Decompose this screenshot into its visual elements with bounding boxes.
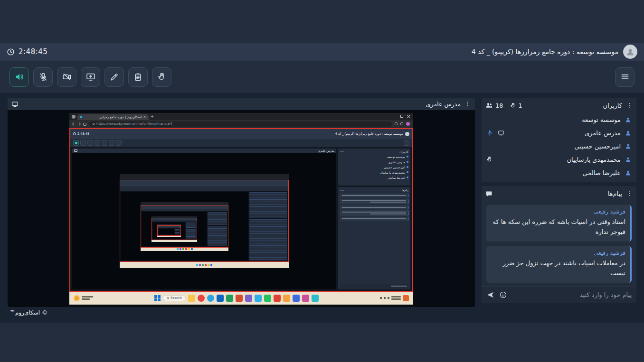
- messages-panel-header: پیام‌ها: [482, 186, 636, 201]
- favicon: [80, 116, 82, 118]
- nested-camera-button: [87, 140, 93, 146]
- people-icon: [485, 102, 493, 109]
- camera-off-icon: [62, 72, 72, 82]
- mini-video-panel: [142, 212, 207, 246]
- notification-icon: [403, 295, 409, 301]
- mini-video-panel: [159, 229, 174, 234]
- screen-share-button[interactable]: [81, 67, 100, 87]
- nested-toolbar: [70, 139, 412, 147]
- users-panel-header: کاربران 18 1: [482, 98, 636, 113]
- nested-share-button: [95, 140, 100, 146]
- person-icon: [625, 47, 635, 56]
- skyroom-app: موسسه توسعه : دوره جامع رمزارزها (کریپتو…: [0, 0, 644, 362]
- user-row[interactable]: مدرس عامری: [484, 126, 634, 139]
- hamburger-icon: [620, 72, 630, 82]
- window-controls: [393, 114, 411, 118]
- users-panel: کاربران 18 1: [482, 98, 636, 182]
- mini-users-panel: [249, 192, 288, 218]
- top-header: موسسه توسعه : دوره جامع رمزارزها (کریپتو…: [0, 43, 644, 61]
- nested-avatar: [405, 132, 409, 136]
- mini-sidebar: [175, 229, 180, 234]
- files-button[interactable]: [128, 67, 148, 87]
- lock-icon: [93, 123, 95, 125]
- back-icon: [72, 122, 76, 125]
- taskbar-app-icon: [264, 295, 271, 302]
- nested-messages-panel: پیام‌ها: [338, 187, 410, 289]
- emoji-button[interactable]: [499, 291, 507, 299]
- chat-message: فرشید رفیعی در معاملات اسپات باشند در جه…: [486, 246, 632, 283]
- user-row[interactable]: علیرضا صالحی: [484, 166, 634, 179]
- user-status-icons: [486, 130, 504, 136]
- screen-share-indicator-icon: [11, 101, 19, 108]
- windows-start-icon: [154, 295, 161, 301]
- clock-icon: [7, 48, 15, 56]
- pen-icon: [110, 73, 119, 82]
- mini-users-panel: [175, 229, 180, 231]
- tab-title: اسکای‌روم | دوره جامع رمزارز: [84, 115, 142, 119]
- annotate-button[interactable]: [104, 67, 124, 87]
- users-panel-title: کاربران: [603, 102, 622, 109]
- messages-panel: پیام‌ها فرشید رفیعی استاد وقتی در اسپات …: [482, 186, 636, 303]
- video-panel: مدرس عامری اسکای‌روم | دوره جامع رمزارز …: [8, 98, 475, 307]
- video-menu-icon[interactable]: [464, 101, 471, 107]
- mini-users-panel: [186, 223, 196, 229]
- timer-value: 2:48:45: [19, 47, 47, 56]
- user-row[interactable]: امیرحسین حسینی: [484, 139, 634, 153]
- users-list: موسسه توسعه مدرس عامری: [482, 113, 636, 179]
- menu-button[interactable]: [615, 67, 635, 87]
- user-row[interactable]: محمدمهدی پارساییان: [484, 153, 634, 166]
- mini-video-panel: [153, 223, 185, 239]
- raise-hand-button[interactable]: [152, 67, 171, 87]
- users-menu-icon[interactable]: [626, 102, 633, 109]
- messages-panel-title: پیام‌ها: [608, 190, 622, 197]
- taskbar-search: Search: [163, 295, 186, 301]
- mini-capture-area: [157, 225, 181, 236]
- system-tray: [380, 295, 409, 301]
- message-text: در معاملات اسپات باشند در جهت نزول جز ضر…: [491, 258, 625, 278]
- search-icon: [167, 297, 169, 299]
- camera-button[interactable]: [57, 67, 76, 87]
- nested-video-content: [72, 153, 336, 289]
- microphone-button[interactable]: [33, 67, 53, 87]
- online-count: 18: [485, 102, 503, 109]
- main-stage: کاربران 18 1: [0, 93, 644, 323]
- message-sender: فرشید رفیعی: [491, 208, 625, 215]
- close-icon: [407, 114, 411, 118]
- mini-video-panel: [121, 192, 248, 260]
- mini-messages-panel: [175, 232, 180, 234]
- taskbar-app-icon: [302, 295, 309, 302]
- nested-speaker-button: [73, 140, 79, 146]
- page-title: موسسه توسعه : دوره جامع رمزارزها (کریپتو…: [472, 48, 618, 56]
- speaker-button[interactable]: [9, 67, 29, 87]
- mini-taskbar: [152, 240, 197, 242]
- person-icon: [625, 130, 632, 137]
- profile-avatar[interactable]: [623, 45, 637, 59]
- taskbar-app-icon: [217, 295, 224, 302]
- taskbar-app-icon: [226, 295, 233, 302]
- taskbar-app-icon: [274, 295, 281, 302]
- messages-menu-icon[interactable]: [626, 190, 633, 197]
- clipboard-icon: [133, 73, 142, 82]
- message-sender: فرشید رفیعی: [491, 250, 625, 256]
- raised-hand-icon: [486, 156, 493, 163]
- screen-sharing-icon: [498, 130, 504, 136]
- mini-app-toolbar: [120, 186, 288, 191]
- nested-header: موسسه توسعه : دوره جامع رمزارزها (کریپتو…: [70, 129, 412, 139]
- send-button[interactable]: [486, 291, 494, 299]
- nested-capture-level-5: [152, 216, 197, 242]
- mini-app-stage: [120, 191, 288, 261]
- sidebar: کاربران 18 1: [482, 98, 636, 307]
- taskbar-icons: Search: [154, 295, 319, 302]
- mini-app-header: [120, 180, 288, 186]
- browser-tab-strip: اسکای‌روم | دوره جامع رمزارز × +: [69, 113, 413, 120]
- users-counters: 18 1: [485, 102, 522, 109]
- user-row[interactable]: موسسه توسعه: [484, 113, 634, 126]
- nested-sidebar: کاربران موسسه توسعه مدرس عامری امیرحسین …: [338, 149, 410, 289]
- mini-browser-chrome: [120, 174, 289, 180]
- nested-capture-level-4: [141, 202, 228, 251]
- mini-users-panel: [208, 212, 227, 225]
- speaker-icon: [15, 72, 24, 82]
- chat-input[interactable]: [512, 291, 632, 298]
- taskbar-app-icon: [255, 295, 262, 302]
- nested-clock-icon: [73, 132, 76, 135]
